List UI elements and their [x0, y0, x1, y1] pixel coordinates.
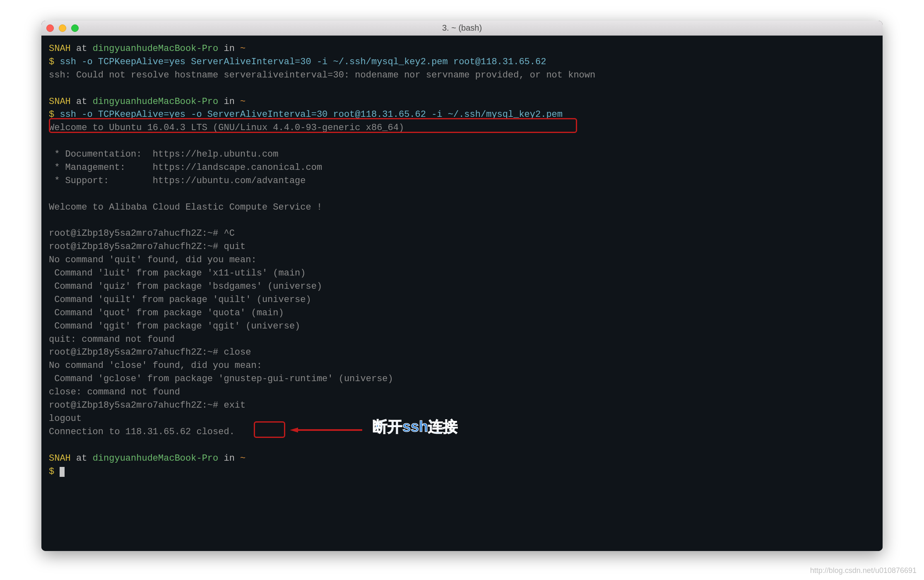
output-logout: logout	[49, 413, 82, 424]
output-root-ctrlc: root@iZbp18y5sa2mro7ahucfh2Z:~# ^C	[49, 228, 235, 239]
output-support: * Support: https://ubuntu.com/advantage	[49, 176, 306, 186]
prompt-path: ~	[240, 44, 245, 54]
output-mgmt: * Management: https://landscape.canonica…	[49, 162, 322, 173]
titlebar[interactable]: 3. ~ (bash)	[41, 21, 883, 36]
output-quilt: Command 'quilt' from package 'quilt' (un…	[49, 295, 311, 305]
cursor	[60, 467, 65, 477]
output-root-quit: root@iZbp18y5sa2mro7ahucfh2Z:~# quit	[49, 242, 245, 252]
prompt-host: dingyuanhudeMacBook-Pro	[93, 44, 219, 54]
prompt-host: dingyuanhudeMacBook-Pro	[93, 97, 219, 107]
output-quiz: Command 'quiz' from package 'bsdgames' (…	[49, 281, 322, 292]
terminal-window: 3. ~ (bash) SNAH at dingyuanhudeMacBook-…	[41, 21, 883, 551]
prompt-at: at	[71, 453, 93, 464]
output-doc: * Documentation: https://help.ubuntu.com	[49, 149, 279, 160]
output-welcome-ubuntu: Welcome to Ubuntu 16.04.3 LTS (GNU/Linux…	[49, 123, 404, 133]
output-root-exit: root@iZbp18y5sa2mro7ahucfh2Z:~# exit	[49, 400, 245, 411]
prompt-user: SNAH	[49, 453, 71, 464]
prompt-in: in	[218, 44, 240, 54]
output-connection-closed: Connection to 118.31.65.62 closed.	[49, 427, 235, 437]
minimize-window-button[interactable]	[59, 24, 66, 32]
prompt-host: dingyuanhudeMacBook-Pro	[93, 453, 219, 464]
output-no-close: No command 'close' found, did you mean:	[49, 360, 262, 371]
close-window-button[interactable]	[46, 24, 54, 32]
terminal-body[interactable]: SNAH at dingyuanhudeMacBook-Pro in ~ $ s…	[41, 36, 883, 551]
output-qgit: Command 'qgit' from package 'qgit' (univ…	[49, 321, 300, 331]
prompt-at: at	[71, 44, 93, 54]
output-close-notfound: close: command not found	[49, 387, 180, 397]
prompt-in: in	[218, 97, 240, 107]
command-1: ssh -o TCPKeepAlive=yes ServerAliveInter…	[60, 57, 546, 67]
prompt-dollar: $	[49, 109, 60, 120]
output-no-quit: No command 'quit' found, did you mean:	[49, 255, 257, 265]
prompt-user: SNAH	[49, 44, 71, 54]
prompt-user: SNAH	[49, 97, 71, 107]
output-root-close: root@iZbp18y5sa2mro7ahucfh2Z:~# close	[49, 347, 251, 358]
traffic-lights	[46, 24, 79, 32]
prompt-path: ~	[240, 97, 245, 107]
watermark: http://blog.csdn.net/u010876691	[810, 566, 917, 575]
output-quit-notfound: quit: command not found	[49, 334, 175, 345]
output-quot: Command 'quot' from package 'quota' (mai…	[49, 308, 284, 318]
output-gclose: Command 'gclose' from package 'gnustep-g…	[49, 374, 393, 384]
window-title: 3. ~ (bash)	[41, 23, 883, 33]
maximize-window-button[interactable]	[71, 24, 79, 32]
command-2: ssh -o TCPKeepAlive=yes -o ServerAliveIn…	[60, 109, 563, 120]
prompt-dollar: $	[49, 466, 60, 477]
output-alibaba: Welcome to Alibaba Cloud Elastic Compute…	[49, 202, 322, 213]
output-luit: Command 'luit' from package 'x11-utils' …	[49, 268, 306, 278]
prompt-at: at	[71, 97, 93, 107]
prompt-dollar: $	[49, 57, 60, 67]
output-ssh-error: ssh: Could not resolve hostname serveral…	[49, 70, 595, 80]
prompt-in: in	[218, 453, 240, 464]
prompt-path: ~	[240, 453, 245, 464]
